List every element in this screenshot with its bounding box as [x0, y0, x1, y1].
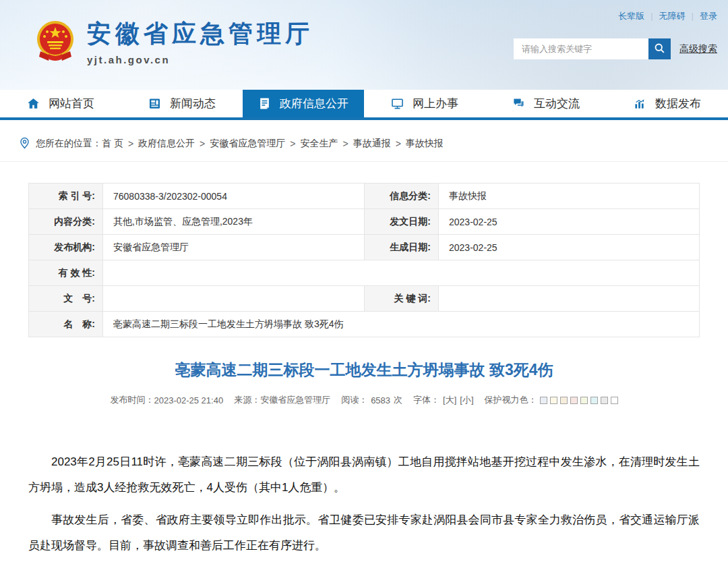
create-date-label: 生成日期:: [365, 235, 439, 260]
views-count: 6583: [371, 395, 390, 405]
eye-color-swatch[interactable]: [570, 397, 578, 404]
validity-label: 有 效 性:: [29, 260, 103, 286]
nav-item-online-services[interactable]: 网上办事: [364, 90, 485, 117]
eye-color-swatch[interactable]: [550, 397, 557, 404]
site-domain: yjt.ah.gov.cn: [87, 54, 313, 65]
eye-color-swatch[interactable]: [540, 397, 547, 404]
nav-item-label: 互动交流: [534, 96, 580, 111]
article-paragraph: 事故发生后，省委、省政府主要领导立即作出批示。省卫健委已安排专家赴涡阳县会同市县…: [28, 507, 700, 559]
doc-number-label: 文 号:: [29, 286, 103, 312]
nav-item-label: 数据发布: [655, 96, 701, 111]
breadcrumb: 您所在的位置： 首 页 > 政府信息公开 > 安徽省应急管理厅 > 安全生产 >…: [0, 120, 728, 162]
nav-item-label: 政府信息公开: [280, 96, 348, 111]
breadcrumb-separator: >: [396, 138, 401, 149]
breadcrumb-separator: >: [128, 138, 133, 149]
publish-time-label: 发布时间：: [110, 394, 154, 406]
table-row: 文 号: 关 键 词:: [29, 286, 700, 312]
nav-item-label: 网上办事: [413, 96, 458, 111]
breadcrumb-safety[interactable]: 安全生产: [300, 138, 338, 150]
nav-item-news[interactable]: 新闻动态: [121, 90, 243, 117]
nav-item-label: 网站首页: [49, 96, 94, 111]
keywords-value: [439, 286, 700, 312]
login-link[interactable]: 登录: [700, 11, 717, 21]
table-row: 名 称: 亳蒙高速二期三标段一工地发生土方坍塌事故 致3死4伤: [29, 312, 700, 337]
font-smaller-button[interactable]: [小]: [460, 394, 473, 406]
nav-item-label: 新闻动态: [170, 96, 216, 111]
page-title: 亳蒙高速二期三标段一工地发生土方坍塌事故 致3死4伤: [0, 360, 728, 380]
national-emblem-icon: [34, 19, 77, 65]
views-unit: 次: [394, 394, 402, 406]
site-logo-brand[interactable]: 安徽省应急管理厅 yjt.ah.gov.cn: [34, 18, 313, 65]
search-input[interactable]: [514, 38, 648, 59]
article-meta-bar: 发布时间： 2023-02-25 21:40 来源： 安徽省应急管理厅 阅读： …: [0, 394, 728, 406]
views-label: 阅读：: [341, 394, 367, 406]
article-body: 2023年2月25日11时许，亳蒙高速二期三标段（位于涡阳县涡南镇）工地自用搅拌…: [28, 449, 700, 559]
chart-icon: [634, 97, 646, 110]
brand-text: 安徽省应急管理厅 yjt.ah.gov.cn: [87, 18, 313, 65]
eye-color-swatch[interactable]: [601, 397, 608, 404]
breadcrumb-gov-info[interactable]: 政府信息公开: [138, 138, 195, 150]
document-icon: [258, 97, 271, 110]
breadcrumb-separator: >: [200, 138, 205, 149]
breadcrumb-accident-report[interactable]: 事故通报: [353, 138, 391, 150]
table-row: 有 效 性:: [29, 260, 700, 286]
keywords-label: 关 键 词:: [365, 286, 439, 312]
breadcrumb-separator: >: [342, 138, 348, 149]
info-class-label: 信息分类:: [365, 184, 439, 209]
document-info-table: 索 引 号: 76080338-3/202302-00054 信息分类: 事故快…: [28, 183, 700, 337]
search-area: 高级搜索: [514, 38, 717, 59]
breadcrumb-home[interactable]: 首 页: [102, 138, 123, 150]
advanced-search-link[interactable]: 高级搜索: [679, 43, 717, 55]
source-label: 来源：: [234, 394, 260, 406]
create-date-value: 2023-02-25: [439, 235, 700, 260]
issue-date-label: 发文日期:: [365, 209, 439, 235]
content-class-label: 内容分类:: [29, 209, 103, 235]
news-icon: [148, 97, 161, 110]
elder-version-link[interactable]: 长辈版: [618, 11, 644, 21]
breadcrumb-separator: >: [290, 138, 295, 149]
content-class-value: 其他,市场监管、应急管理,2023年: [103, 209, 365, 235]
publish-time-value: 2023-02-25 21:40: [154, 395, 223, 405]
link-divider: |: [692, 11, 694, 21]
link-divider: |: [650, 11, 653, 21]
nav-item-gov-info[interactable]: 政府信息公开: [243, 90, 364, 117]
issue-date-value: 2023-02-25: [439, 209, 700, 235]
index-number-value: 76080338-3/202302-00054: [103, 184, 365, 209]
home-icon: [27, 97, 40, 110]
eye-color-swatch[interactable]: [580, 397, 588, 404]
nav-item-interaction[interactable]: 互动交流: [485, 90, 607, 117]
eye-color-swatch[interactable]: [611, 397, 618, 404]
table-row: 发布机构: 安徽省应急管理厅 生成日期: 2023-02-25: [29, 235, 700, 260]
header-top-links: 长辈版|无障碍|登录: [618, 10, 717, 22]
source-value: 安徽省应急管理厅: [260, 394, 330, 406]
search-button[interactable]: [648, 38, 671, 59]
info-class-value: 事故快报: [439, 184, 700, 209]
breadcrumb-prefix: 您所在的位置：: [36, 138, 102, 150]
publisher-label: 发布机构:: [29, 235, 103, 260]
eye-color-swatch[interactable]: [560, 397, 568, 404]
breadcrumb-department[interactable]: 安徽省应急管理厅: [210, 138, 285, 150]
chat-icon: [512, 97, 525, 110]
doc-name-label: 名 称:: [29, 312, 103, 337]
font-larger-button[interactable]: [大]: [443, 394, 456, 406]
doc-name-value: 亳蒙高速二期三标段一工地发生土方坍塌事故 致3死4伤: [103, 312, 700, 337]
eye-color-swatch[interactable]: [590, 397, 598, 404]
font-size-label: 字体：: [413, 394, 439, 406]
nav-item-data[interactable]: 数据发布: [607, 90, 728, 117]
accessibility-link[interactable]: 无障碍: [659, 11, 686, 21]
publisher-value: 安徽省应急管理厅: [103, 235, 365, 260]
breadcrumb-accident-flash[interactable]: 事故快报: [406, 138, 444, 150]
main-nav: 网站首页 新闻动态 政府信息公开 网上办事 互动交流 数据发布: [0, 90, 728, 120]
index-number-label: 索 引 号:: [29, 184, 103, 209]
table-row: 索 引 号: 76080338-3/202302-00054 信息分类: 事故快…: [29, 184, 700, 209]
monitor-icon: [391, 97, 404, 110]
validity-value: [103, 260, 700, 286]
eye-protect-color-label: 保护视力色：: [485, 394, 537, 406]
site-header: 安徽省应急管理厅 yjt.ah.gov.cn 长辈版|无障碍|登录 高级搜索: [0, 0, 728, 90]
nav-item-home[interactable]: 网站首页: [0, 90, 121, 117]
doc-number-value: [103, 286, 365, 312]
site-title: 安徽省应急管理厅: [87, 18, 313, 51]
article-paragraph: 2023年2月25日11时许，亳蒙高速二期三标段（位于涡阳县涡南镇）工地自用搅拌…: [28, 449, 700, 501]
table-row: 内容分类: 其他,市场监管、应急管理,2023年 发文日期: 2023-02-2…: [29, 209, 700, 235]
search-icon: [654, 43, 665, 56]
